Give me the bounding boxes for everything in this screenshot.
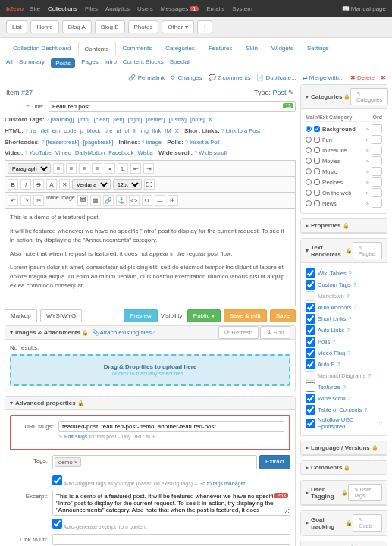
cat-main-radio[interactable] bbox=[306, 147, 312, 153]
help-icon[interactable]: ? bbox=[347, 328, 350, 333]
cat-main-radio[interactable] bbox=[306, 136, 312, 143]
ct-center[interactable]: [center] bbox=[146, 116, 165, 123]
props-title[interactable]: Properties bbox=[311, 222, 341, 229]
help-icon[interactable]: ? bbox=[332, 339, 335, 344]
autosuggest-chk[interactable] bbox=[52, 475, 62, 485]
cat-ext-chk[interactable] bbox=[314, 200, 320, 206]
cat-name[interactable]: In real life bbox=[322, 147, 364, 154]
renderer-chk[interactable] bbox=[306, 419, 315, 428]
tab-categories[interactable]: Categories bbox=[158, 41, 202, 55]
close-icon[interactable]: ✖ bbox=[381, 74, 386, 81]
dropzone[interactable]: Drag & Drop files to upload hereor click… bbox=[10, 354, 290, 386]
color-icon[interactable]: A bbox=[46, 179, 57, 190]
cat-ext-chk[interactable] bbox=[314, 147, 320, 153]
renderer-name[interactable]: Auto Links bbox=[318, 327, 344, 334]
cat-ext-chk[interactable] bbox=[314, 168, 320, 174]
renderer-name[interactable]: Markdown bbox=[318, 293, 344, 300]
nav-system[interactable]: System bbox=[232, 5, 252, 12]
delete-link[interactable]: ✖ Delete bbox=[350, 74, 375, 81]
size-select[interactable]: 12pt bbox=[113, 179, 142, 190]
cat-name[interactable]: Fun bbox=[322, 136, 364, 143]
linkurl-input[interactable] bbox=[52, 534, 290, 545]
tab-comments[interactable]: Comments bbox=[116, 41, 159, 55]
renderer-name[interactable]: Auto Anchors bbox=[318, 304, 352, 311]
tab2-cblocks[interactable]: Content Blocks bbox=[123, 58, 164, 68]
comm-title[interactable]: Comments bbox=[311, 464, 342, 471]
permalink-link[interactable]: 🔗 Permalink bbox=[128, 74, 165, 81]
cat-ord-input[interactable] bbox=[372, 124, 382, 133]
link-icon[interactable]: 🔗 bbox=[103, 195, 114, 206]
help-icon[interactable]: ? bbox=[337, 362, 340, 367]
cat-main-radio[interactable] bbox=[306, 158, 312, 164]
table-icon[interactable]: ▦ bbox=[90, 195, 101, 206]
cut-icon[interactable]: ✂ bbox=[33, 195, 44, 206]
ct-right[interactable]: [right] bbox=[128, 116, 143, 123]
help-icon[interactable]: ? bbox=[349, 271, 352, 276]
renderer-chk[interactable] bbox=[306, 337, 315, 347]
help-icon[interactable]: ? bbox=[379, 421, 382, 426]
tab-contents[interactable]: Contents bbox=[78, 42, 116, 55]
nav-users[interactable]: Users bbox=[137, 5, 153, 12]
renderer-chk[interactable] bbox=[306, 359, 315, 369]
italic-icon[interactable]: I bbox=[20, 179, 31, 190]
ct-note[interactable]: [note] bbox=[190, 116, 205, 123]
cat-ord-input[interactable] bbox=[372, 188, 382, 197]
public-btn[interactable]: Public ▾ bbox=[187, 309, 221, 322]
pb-icon[interactable]: ⊞ bbox=[168, 195, 178, 206]
subnav-home[interactable]: Home bbox=[30, 20, 58, 33]
align-center-icon[interactable]: ≡ bbox=[66, 163, 77, 174]
renderer-name[interactable]: Short Links bbox=[318, 315, 347, 322]
save-btn[interactable]: Save bbox=[270, 309, 296, 322]
anchor-icon[interactable]: ⚓ bbox=[116, 195, 127, 206]
ct-x[interactable]: X bbox=[209, 116, 212, 123]
tab-skin[interactable]: Skin bbox=[239, 41, 265, 55]
hr-icon[interactable]: — bbox=[155, 195, 165, 206]
tab-dashboard[interactable]: Collection Dashboard bbox=[6, 41, 78, 55]
align-left-icon[interactable]: ≡ bbox=[53, 163, 64, 174]
ol-icon[interactable]: 1. bbox=[118, 163, 128, 174]
ct-justify[interactable]: [justify] bbox=[169, 116, 187, 123]
cat-ext-chk[interactable] bbox=[314, 158, 320, 164]
help-icon[interactable]: ? bbox=[364, 407, 367, 413]
ct-info[interactable]: [info] bbox=[77, 116, 89, 123]
tag-demo[interactable]: demo × bbox=[55, 457, 81, 467]
cat-main-radio[interactable] bbox=[306, 179, 312, 185]
renderer-name[interactable]: Nofollow UGC Sponsored bbox=[318, 416, 377, 430]
ul-icon[interactable]: • bbox=[105, 163, 115, 174]
subnav-bloga[interactable]: Blog A bbox=[62, 20, 92, 33]
outdent-icon[interactable]: ⇤ bbox=[130, 163, 141, 174]
subnav-list[interactable]: List bbox=[6, 20, 27, 33]
autoexcerpt-chk[interactable] bbox=[52, 519, 62, 529]
ct-left[interactable]: [left] bbox=[113, 116, 124, 123]
item-num-link[interactable]: #27 bbox=[21, 89, 33, 96]
cat-name[interactable]: On the web bbox=[322, 190, 364, 196]
cat-name[interactable]: News bbox=[322, 200, 364, 207]
cat-main-radio[interactable] bbox=[306, 200, 312, 206]
renderer-chk[interactable] bbox=[306, 348, 315, 358]
excerpt-input[interactable] bbox=[52, 491, 290, 516]
wysiwyg-btn[interactable]: WYSIWYG bbox=[40, 309, 83, 322]
subnav-photos[interactable]: Photos bbox=[128, 20, 159, 33]
sort-btn[interactable]: ⇅ Sort bbox=[260, 326, 290, 339]
omega-icon[interactable]: Ω bbox=[142, 195, 152, 206]
manual-link[interactable]: 📖 Manual page bbox=[342, 5, 387, 12]
help-icon[interactable]: ? bbox=[347, 293, 350, 299]
cat-ord-input[interactable] bbox=[372, 177, 382, 187]
goal-title[interactable]: Goal tracking bbox=[311, 516, 344, 530]
renderer-name[interactable]: Video Plug bbox=[318, 350, 345, 356]
lang-title[interactable]: Language / Versions bbox=[311, 444, 370, 451]
renderer-name[interactable]: Wide scroll bbox=[318, 395, 346, 402]
cat-ext-chk[interactable] bbox=[314, 136, 320, 143]
help-icon[interactable]: ? bbox=[353, 282, 356, 287]
renderer-chk[interactable] bbox=[306, 405, 315, 415]
renderer-name[interactable]: Table of Contents bbox=[318, 406, 362, 413]
comments-link[interactable]: 💬 2 comments bbox=[209, 74, 251, 81]
utags-btn[interactable]: ✎ User Tags bbox=[348, 484, 382, 501]
cat-ord-input[interactable] bbox=[372, 135, 382, 144]
renderer-chk[interactable] bbox=[306, 280, 315, 290]
subnav-other[interactable]: Other ▾ bbox=[162, 20, 193, 33]
extract-btn[interactable]: Extract bbox=[259, 455, 290, 469]
tab2-pages[interactable]: Pages bbox=[81, 58, 99, 68]
nav-emails[interactable]: Emails bbox=[206, 5, 224, 12]
renderer-name[interactable]: Mermaid Diagrams bbox=[318, 372, 365, 379]
